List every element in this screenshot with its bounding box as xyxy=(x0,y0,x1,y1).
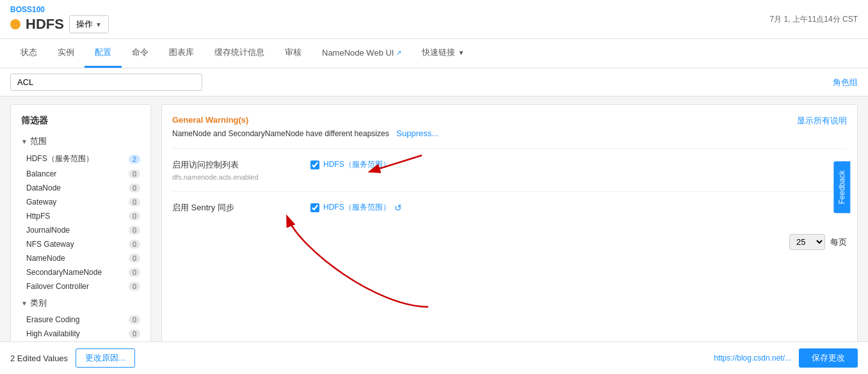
range-section-header[interactable]: ▼ 范围 xyxy=(11,132,150,151)
warning-title: General Warning(s) xyxy=(172,115,847,125)
sidebar-item-namenode[interactable]: NameNode 0 xyxy=(11,251,150,265)
sidebar-title: 筛选器 xyxy=(11,113,150,132)
tab-audit[interactable]: 审核 xyxy=(275,39,312,68)
external-link-icon: ↗ xyxy=(396,49,401,56)
config-acl-key: dfs.namenode.acls.enabled xyxy=(172,173,300,181)
sidebar-item-failover-controller[interactable]: Failover Controller 0 xyxy=(11,279,150,293)
sidebar-item-datanode[interactable]: DataNode 0 xyxy=(11,181,150,195)
sidebar-item-httpfs[interactable]: HttpFS 0 xyxy=(11,209,150,223)
range-chevron-icon: ▼ xyxy=(21,138,28,145)
sidebar-item-namenode-label: NameNode xyxy=(26,254,65,263)
sidebar: 筛选器 ▼ 范围 HDFS（服务范围） 2 Balancer 0 DataNod… xyxy=(10,104,151,349)
tab-cache[interactable]: 缓存统计信息 xyxy=(204,39,275,68)
header-left: BOSS100 HDFS 操作 ▼ xyxy=(10,5,109,33)
quicklinks-label: 快速链接 xyxy=(422,47,455,58)
sidebar-item-nfs-gateway-label: NFS Gateway xyxy=(26,240,74,249)
reason-button[interactable]: 更改原因... xyxy=(76,348,135,357)
ops-button[interactable]: 操作 ▼ xyxy=(69,15,109,33)
config-label-col-sentry: 启用 Sentry 同步 xyxy=(172,202,300,216)
main-content: 筛选器 ▼ 范围 HDFS（服务范围） 2 Balancer 0 DataNod… xyxy=(0,97,868,357)
feedback-label: Feedback xyxy=(838,170,847,204)
sidebar-item-erasure-coding-label: Erasure Coding xyxy=(26,315,79,324)
boss-label: BOSS100 xyxy=(10,5,109,14)
sidebar-item-balancer[interactable]: Balancer 0 xyxy=(11,167,150,181)
sidebar-item-secondary-namenode-label: SecondaryNameNode xyxy=(26,268,102,277)
namenode-ui-label: NameNode Web UI xyxy=(322,48,394,58)
sidebar-item-nfs-gateway[interactable]: NFS Gateway 0 xyxy=(11,237,150,251)
sentry-checkbox-wrapper: HDFS（服务范围） ↺ xyxy=(310,202,402,213)
timestamp: 7月 1, 上午11点14分 CST xyxy=(770,14,858,25)
config-sentry-label: 启用 Sentry 同步 xyxy=(172,202,300,214)
categories-section-label: 类别 xyxy=(30,297,47,309)
hdfs-label: HDFS xyxy=(26,16,64,33)
sidebar-item-gateway-count: 0 xyxy=(129,198,140,206)
config-sentry-value-col: HDFS（服务范围） ↺ xyxy=(310,202,832,213)
sidebar-item-failover-controller-label: Failover Controller xyxy=(26,282,89,291)
tab-namenode-ui[interactable]: NameNode Web UI ↗ xyxy=(312,40,412,67)
search-input[interactable] xyxy=(10,74,202,91)
sidebar-item-secondary-namenode-count: 0 xyxy=(129,268,140,277)
categories-section-header[interactable]: ▼ 类别 xyxy=(11,293,150,313)
config-acl-value-col: HDFS（服务范围） xyxy=(310,159,832,170)
sidebar-item-httpfs-label: HttpFS xyxy=(26,212,50,221)
sidebar-item-high-availability-label: High Availability xyxy=(26,329,80,338)
sidebar-item-hdfs[interactable]: HDFS（服务范围） 2 xyxy=(11,151,150,167)
tab-instances[interactable]: 实例 xyxy=(47,39,84,68)
top-header: BOSS100 HDFS 操作 ▼ 7月 1, 上午11点14分 CST xyxy=(0,0,868,39)
sidebar-item-journalnode-count: 0 xyxy=(129,226,140,235)
sentry-checkbox[interactable] xyxy=(310,203,319,212)
sidebar-item-hdfs-label: HDFS（服务范围） xyxy=(26,153,93,164)
show-all-link[interactable]: 显示所有说明 xyxy=(797,115,847,127)
sidebar-item-high-availability-count: 0 xyxy=(129,329,140,338)
feedback-tab[interactable]: Feedback xyxy=(834,161,851,213)
acl-scope-badge: HDFS（服务范围） xyxy=(323,159,390,170)
nav-tabs: 状态 实例 配置 命令 图表库 缓存统计信息 审核 NameNode Web U… xyxy=(0,39,868,68)
ops-dropdown-arrow: ▼ xyxy=(95,21,102,28)
tab-status[interactable]: 状态 xyxy=(10,39,47,68)
suppress-link[interactable]: Suppress... xyxy=(396,129,438,138)
categories-chevron-icon: ▼ xyxy=(21,300,28,307)
acl-checkbox[interactable] xyxy=(310,160,319,169)
sidebar-item-httpfs-count: 0 xyxy=(129,212,140,221)
sidebar-item-erasure-coding[interactable]: Erasure Coding 0 xyxy=(11,313,150,327)
range-section-label: 范围 xyxy=(30,136,47,147)
url-text: https://blog.csdn.net/... xyxy=(714,354,791,357)
bottom-bar: 2 Edited Values 更改原因... https://blog.csd… xyxy=(0,341,868,357)
per-page-label: 每页 xyxy=(830,237,847,248)
sidebar-item-secondary-namenode[interactable]: SecondaryNameNode 0 xyxy=(11,265,150,279)
bottom-bar-right: https://blog.csdn.net/... 保存更改 xyxy=(714,348,858,357)
sidebar-item-hdfs-count: 2 xyxy=(129,155,140,164)
config-label-col-acl: 启用访问控制列表 dfs.namenode.acls.enabled xyxy=(172,159,300,181)
tab-commands[interactable]: 命令 xyxy=(122,39,159,68)
tab-charts[interactable]: 图表库 xyxy=(159,39,204,68)
sidebar-item-gateway-label: Gateway xyxy=(26,198,56,206)
warning-section: General Warning(s) NameNode and Secondar… xyxy=(172,115,847,138)
role-group-link[interactable]: 角色组 xyxy=(833,77,858,88)
hdfs-status-dot xyxy=(10,19,20,29)
hdfs-title: HDFS 操作 ▼ xyxy=(10,15,109,33)
sidebar-item-nfs-gateway-count: 0 xyxy=(129,240,140,249)
per-page-select[interactable]: 10 25 50 100 xyxy=(789,234,825,250)
tab-quicklinks[interactable]: 快速链接 ▼ xyxy=(412,39,474,68)
acl-checkbox-wrapper: HDFS（服务范围） xyxy=(310,159,390,170)
sidebar-item-gateway[interactable]: Gateway 0 xyxy=(11,195,150,209)
sidebar-item-failover-controller-count: 0 xyxy=(129,282,140,291)
sidebar-item-balancer-count: 0 xyxy=(129,169,140,178)
sidebar-item-high-availability[interactable]: High Availability 0 xyxy=(11,327,150,341)
config-item-acl: 启用访问控制列表 dfs.namenode.acls.enabled HDFS（… xyxy=(172,148,847,191)
config-item-sentry: 启用 Sentry 同步 HDFS（服务范围） ↺ xyxy=(172,191,847,226)
tab-config[interactable]: 配置 xyxy=(84,39,122,68)
sidebar-item-datanode-count: 0 xyxy=(129,183,140,192)
save-button[interactable]: 保存更改 xyxy=(799,348,858,357)
sidebar-item-datanode-label: DataNode xyxy=(26,183,61,192)
bottom-bar-left: 2 Edited Values 更改原因... xyxy=(10,348,135,357)
sidebar-item-journalnode[interactable]: JournalNode 0 xyxy=(11,223,150,237)
ops-button-label: 操作 xyxy=(76,19,93,30)
per-page-area: 10 25 50 100 每页 xyxy=(172,234,847,250)
reset-icon[interactable]: ↺ xyxy=(394,203,402,213)
search-bar: 角色组 xyxy=(0,68,868,97)
edited-count: 2 Edited Values xyxy=(10,354,68,357)
quicklinks-dropdown-arrow: ▼ xyxy=(458,49,464,56)
sentry-scope-badge: HDFS（服务范围） xyxy=(323,202,390,213)
config-acl-label: 启用访问控制列表 xyxy=(172,159,300,171)
